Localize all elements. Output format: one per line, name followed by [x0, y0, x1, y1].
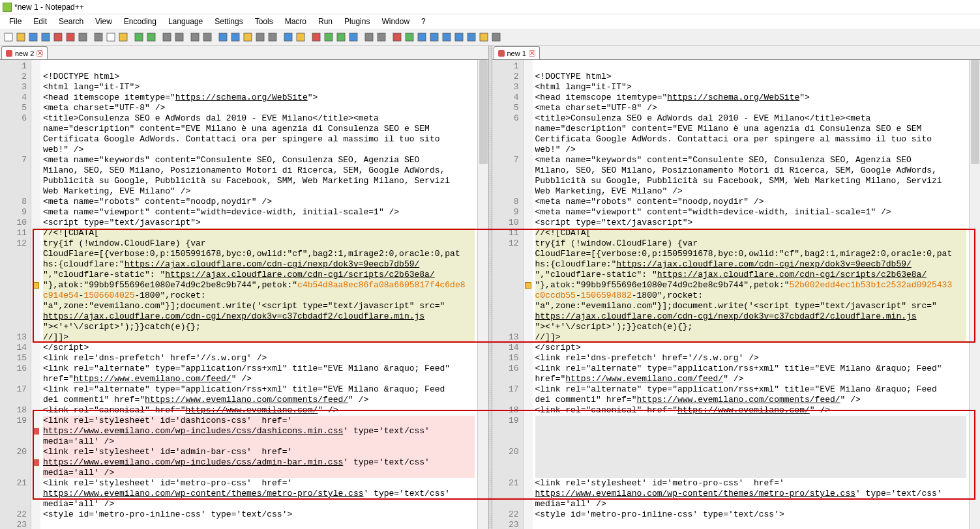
menu-plugins[interactable]: Plugins: [339, 16, 375, 27]
code-line[interactable]: <title>Consulenza SEO e AdWords dal 2010…: [535, 113, 967, 155]
menu-encoding[interactable]: Encoding: [119, 16, 162, 27]
menu-window[interactable]: Window: [376, 16, 415, 27]
compare-prev-icon[interactable]: [453, 31, 465, 43]
lang-icon[interactable]: [282, 31, 294, 43]
code-line[interactable]: //]]>: [43, 332, 475, 343]
code-line[interactable]: <link rel="alternate" type="application/…: [535, 384, 967, 405]
code-line[interactable]: <link rel='dns-prefetch' href='//s.w.org…: [43, 353, 475, 364]
paste-icon[interactable]: [117, 31, 129, 43]
redo-icon[interactable]: [145, 31, 157, 43]
replace-icon[interactable]: [173, 31, 185, 43]
code-line[interactable]: <link rel="alternate" type="application/…: [43, 364, 475, 384]
menu-run[interactable]: Run: [313, 16, 338, 27]
compare-opt-icon[interactable]: [490, 31, 502, 43]
copy-icon[interactable]: [105, 31, 117, 43]
close-icon[interactable]: [52, 31, 64, 43]
code-line[interactable]: [535, 61, 967, 72]
tab-new-2[interactable]: new 2 ✕: [1, 46, 48, 59]
code-line[interactable]: <link rel="canonical" href="https://www.…: [43, 405, 475, 416]
code-line[interactable]: <meta name="viewport" content="width=dev…: [43, 207, 475, 218]
code-line[interactable]: <html lang="it-IT">: [535, 82, 967, 93]
compare-1-icon[interactable]: [391, 31, 403, 43]
compare-last-icon[interactable]: [478, 31, 490, 43]
menu-edit[interactable]: Edit: [28, 16, 52, 27]
code-line[interactable]: <meta name="viewport" content="width=dev…: [535, 207, 967, 218]
code-line[interactable]: <html lang="it-IT">: [43, 82, 475, 93]
macro-save-icon[interactable]: [348, 31, 359, 43]
close-icon[interactable]: ✕: [37, 50, 43, 57]
code-line[interactable]: <meta name="robots" content="noodp,noydi…: [535, 197, 967, 207]
code-line[interactable]: <link rel="canonical" href="https://www.…: [535, 405, 967, 416]
code-line[interactable]: <link rel='stylesheet' id='admin-bar-css…: [43, 447, 475, 478]
code-line[interactable]: <meta name="robots" content="noodp,noydi…: [43, 197, 475, 207]
menu-language[interactable]: Language: [163, 16, 208, 27]
compare-next-icon[interactable]: [466, 31, 477, 43]
code-line[interactable]: //<![CDATA[: [43, 228, 475, 238]
sync-h-icon[interactable]: [230, 31, 241, 43]
code-line[interactable]: [535, 447, 967, 478]
scrollbar-vertical[interactable]: [969, 60, 980, 529]
menu-settings[interactable]: Settings: [209, 16, 248, 27]
close-all-icon[interactable]: [65, 31, 76, 43]
tab-new-1[interactable]: new 1 ✕: [494, 46, 540, 59]
code-line[interactable]: <!DOCTYPE html>: [535, 72, 967, 82]
code-line[interactable]: <link rel='stylesheet' id='metro-pro-css…: [43, 478, 475, 509]
close-icon[interactable]: ✕: [529, 50, 535, 57]
folder-icon[interactable]: [295, 31, 306, 43]
code-line[interactable]: [43, 520, 475, 529]
word-wrap-icon[interactable]: [242, 31, 254, 43]
code-line[interactable]: <meta charset="UTF-8" />: [535, 103, 967, 113]
zoom-in-icon[interactable]: [189, 31, 201, 43]
sync-v-icon[interactable]: [217, 31, 229, 43]
code-line[interactable]: <link rel='stylesheet' id='dashicons-css…: [43, 416, 475, 447]
macro-rec-icon[interactable]: [310, 31, 322, 43]
code-line[interactable]: <style id='metro-pro-inline-css' type='t…: [43, 509, 475, 520]
scroll-thumb[interactable]: [479, 60, 488, 164]
code-line[interactable]: <link rel='dns-prefetch' href='//s.w.org…: [535, 353, 967, 364]
menu-file[interactable]: File: [4, 16, 27, 27]
code-line[interactable]: <script type="text/javascript">: [43, 218, 475, 228]
code-line[interactable]: [535, 416, 967, 447]
code-line[interactable]: //<![CDATA[: [535, 228, 967, 238]
editor-right[interactable]: 1234567891011121314151617181920212223 <!…: [492, 60, 981, 529]
code-line[interactable]: //]]>: [535, 332, 967, 343]
find-icon[interactable]: [161, 31, 173, 43]
code-line[interactable]: <!DOCTYPE html>: [43, 72, 475, 82]
new-file-icon[interactable]: [3, 31, 14, 43]
save-icon[interactable]: [27, 31, 39, 43]
code-line[interactable]: [535, 520, 967, 529]
save-all-icon[interactable]: [40, 31, 52, 43]
code-line[interactable]: [43, 61, 475, 72]
code-area[interactable]: <!DOCTYPE html><html lang="it-IT"><head …: [533, 60, 970, 529]
code-line[interactable]: <script type="text/javascript">: [535, 218, 967, 228]
open-file-icon[interactable]: [15, 31, 27, 43]
scroll-thumb[interactable]: [971, 60, 979, 164]
nav-prev-icon[interactable]: [363, 31, 375, 43]
menu-search[interactable]: Search: [53, 16, 89, 27]
undo-icon[interactable]: [133, 31, 145, 43]
indent-guide-icon[interactable]: [267, 31, 278, 43]
code-line[interactable]: <link rel="alternate" type="application/…: [535, 364, 967, 384]
compare-first-icon[interactable]: [441, 31, 453, 43]
menu-macro[interactable]: Macro: [280, 16, 312, 27]
scrollbar-vertical[interactable]: [477, 60, 488, 529]
code-line[interactable]: <meta name="keywords" content="Consulent…: [43, 155, 475, 197]
code-line[interactable]: <link rel='stylesheet' id='metro-pro-css…: [535, 478, 967, 509]
editor-left[interactable]: 1234567891011121314151617181920212223 <!…: [0, 60, 488, 529]
code-line[interactable]: <title>Consulenza SEO e AdWords dal 2010…: [43, 113, 475, 155]
code-line[interactable]: <meta name="keywords" content="Consulent…: [535, 155, 967, 197]
macro-play-icon[interactable]: [323, 31, 334, 43]
menu-tools[interactable]: Tools: [250, 16, 278, 27]
macro-play-multi-icon[interactable]: [335, 31, 347, 43]
menu-?[interactable]: ?: [416, 16, 431, 27]
code-line[interactable]: </script>: [43, 343, 475, 353]
compare-move-icon[interactable]: [416, 31, 428, 43]
cut-icon[interactable]: [93, 31, 104, 43]
compare-nav-icon[interactable]: [428, 31, 440, 43]
code-line[interactable]: <meta charset="UTF-8" />: [43, 103, 475, 113]
code-line[interactable]: try{if (!window.CloudFlare) {var CloudFl…: [535, 238, 967, 332]
code-line[interactable]: <style id='metro-pro-inline-css' type='t…: [535, 509, 967, 520]
nav-next-icon[interactable]: [376, 31, 387, 43]
code-area[interactable]: <!DOCTYPE html><html lang="it-IT"><head …: [40, 60, 477, 529]
code-line[interactable]: <head itemscope itemtype="https://schema…: [43, 93, 475, 103]
